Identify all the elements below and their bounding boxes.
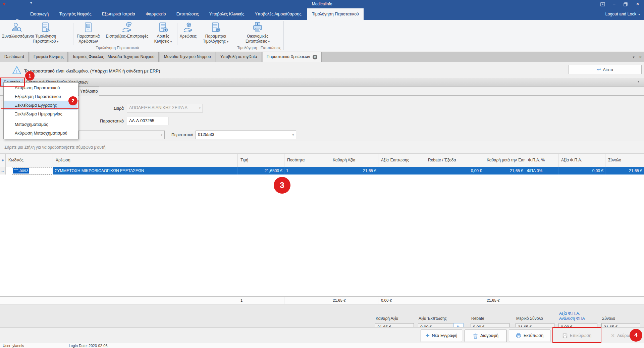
menu-item-xekleidoma-imerominias[interactable]: Ξεκλείδωμα Ημερομηνίας <box>4 110 77 118</box>
delete-label: Διαγραφή <box>480 333 498 338</box>
cell-kathari-meta[interactable]: 21,65 € <box>484 167 525 175</box>
menu-item-akyrosi-metasximatismou[interactable]: Ακύρωση Μετασχηματισμού <box>4 129 77 138</box>
cell-fpa-pct[interactable]: ΦΠΑ 0% <box>525 167 558 175</box>
document-gear-icon <box>199 21 233 34</box>
dropdown-arrow-icon: ▾ <box>57 40 59 43</box>
ribbon-button-label: Παράμετροι <box>205 34 226 39</box>
summary-timi: 1 <box>238 297 284 305</box>
parastatiko-value: ΑΛ-Δ-007255 <box>129 118 154 123</box>
ribbon-tab-eisagogi[interactable]: Εισαγωγή <box>25 8 53 20</box>
list-button[interactable]: ↩Λίστα <box>569 65 642 74</box>
column-header-xreosi[interactable]: Χρέωση <box>53 154 238 167</box>
status-login-date: Login Date: 2023-02-06 <box>69 344 108 348</box>
minimize-icon[interactable]: – <box>608 0 620 8</box>
column-header-timi[interactable]: Τιμή <box>238 154 284 167</box>
group-by-panel[interactable]: Σύρετε μια Στήλη για να ομαδοποιήσετε σύ… <box>0 141 644 154</box>
column-header-kathari-meta[interactable]: Καθαρή μετά την Έκπτωση <box>484 154 525 167</box>
row-indicator-header: ✱ <box>0 154 6 167</box>
grid-selected-row[interactable]: → ΞΞ-0093 ▾ ΣΥΜΜΕΤΟΧΗ ΜΙΚΡΟΒΙΟΛΟΓΙΚΩΝ ΕΞ… <box>0 167 644 175</box>
ribbon-display-options-icon[interactable] <box>597 0 608 8</box>
ribbon-button-label: Παραστατικά <box>77 34 100 39</box>
validate-button[interactable]: Επικύρωση <box>554 330 600 342</box>
column-header-rebate-exoda[interactable]: Rebate / Έξοδα <box>425 154 484 167</box>
ribbon-button-label: Εισπράξεις-Επιστροφές <box>106 34 149 39</box>
doc-tab-dashboard[interactable]: Dashboard <box>0 52 29 62</box>
ribbon-tab-timologisi-peristatikou[interactable]: Τιμολόγηση Περιστατικού <box>307 8 364 20</box>
cell-kodikos[interactable]: ΞΞ-0093 ▾ <box>6 167 53 175</box>
back-arrow-icon: ↩ <box>597 67 601 72</box>
ribbon-tab-farmakeio[interactable]: Φαρμακείο <box>141 8 170 20</box>
restore-icon[interactable] <box>620 0 631 8</box>
vat-analysis-link[interactable]: Αξία Φ.Π.Α. Ανάλυση ΦΠΑ <box>559 311 585 321</box>
partial-hidden-combo[interactable]: ▾ <box>78 131 165 139</box>
ribbon-button-oikonomikes-ektyposeis[interactable]: Οικονομικές Εκτυπώσεις ▾ <box>238 21 277 47</box>
column-header-fpa-pct[interactable]: Φ.Π.Α. % <box>525 154 558 167</box>
menu-item-exoflisi-parastatikou[interactable]: Εξόφληση Παραστατικού <box>4 92 77 101</box>
form-tab-ypoloipo[interactable]: Υπόλοιπο <box>78 87 99 96</box>
ribbon-button-loipes-kiniseis[interactable]: Λοιπές Κινήσεις ▾ <box>152 21 174 47</box>
trash-icon <box>473 333 478 339</box>
cell-kathari-axia[interactable]: 21,65 € <box>330 167 378 175</box>
ribbon-button-eispraxeis-epistrofes[interactable]: 1 Εισπράξεις-Επιστροφές <box>103 21 151 47</box>
dropdown-arrow-icon: ▾ <box>227 40 228 43</box>
doc-tab-grafeio-kinisis[interactable]: Γραφείο Κίνησης <box>30 52 68 62</box>
ribbon-button-timologisi-peristatikou[interactable]: Τιμολόγηση Περιστατικού ▾ <box>32 21 59 47</box>
column-header-posotita[interactable]: Ποσότητα <box>284 154 330 167</box>
doc-tab-parastatika-xreoseon[interactable]: Παραστατικά Χρεώσεων✕ <box>263 52 322 62</box>
toolbar-overflow-icon[interactable]: ▾ <box>638 80 639 83</box>
logout-label: Logout and Lock <box>605 12 636 16</box>
ribbon-button-synallassomenoi[interactable]: Συναλλασσόμενοι <box>2 21 31 47</box>
cell-rebate[interactable]: 0,00 € <box>425 167 484 175</box>
ribbon-group-caption: Τιμολόγηση - Εκτυπώσεις <box>235 46 283 50</box>
ribbon-tab-ypovoles-klinikis[interactable]: Υποβολές Κλινικής <box>205 8 249 20</box>
ribbon-button-label: Χρεώσεων <box>78 39 98 44</box>
column-header-kodikos[interactable]: Κωδικός <box>6 154 53 167</box>
cell-axia-ekptosis[interactable] <box>378 167 425 175</box>
seira-combo[interactable]: ΑΠΟΔΕΙΞΗ ΛΙΑΝΙΚΗΣ ΣΕΙΡΑ Δ ▾ <box>127 104 203 112</box>
close-icon[interactable]: ✕ <box>632 0 643 8</box>
cell-axia-fpa[interactable]: 0,00 € <box>558 167 605 175</box>
delete-button[interactable]: Διαγραφή <box>465 330 507 342</box>
ribbon-button-parametroi-timologisis[interactable]: Παράμετροι Τιμολόγησης ▾ <box>199 21 233 47</box>
cancel-button[interactable]: ✕Ακύρωση <box>604 330 642 342</box>
cell-timi[interactable]: 21,6500 € <box>238 167 284 175</box>
menu-item-metasximatismos[interactable]: Μετασχηματισμός <box>4 120 77 129</box>
ribbon-tab-texnitos-nefros[interactable]: Τεχνητός Νεφρός <box>55 8 96 20</box>
doc-tab-iatrikos-fakelos[interactable]: Ιατρικός Φάκελος - Μονάδα Τεχνητού Νεφρο… <box>69 52 159 62</box>
column-header-synolo[interactable]: Σύνολο <box>605 154 644 167</box>
cell-synolo[interactable]: 21,65 € <box>605 167 644 175</box>
menu-item-akyrosi-parastatikou[interactable]: Ακύρωση Παραστατικού <box>4 84 77 92</box>
validate-label: Επικύρωση <box>570 333 591 338</box>
parastatiko-input[interactable]: ΑΛ-Δ-007255 <box>127 117 168 125</box>
ribbon-tab-ypovoles-aimokatharsis[interactable]: Υποβολές Αιμοκάθαρσης <box>250 8 306 20</box>
kodikos-inline-editor[interactable]: ΞΞ-0093 ▾ <box>12 167 53 174</box>
ribbon-tab-ektyposeis[interactable]: Εκτυπώσεις <box>172 8 204 20</box>
chevron-down-icon: ▾ <box>638 12 640 16</box>
ribbon-button-label: Συναλλασσόμενοι <box>2 34 34 39</box>
new-record-label: Νέα Εγγραφή <box>432 333 458 338</box>
ribbon-tab-exoterika-iatreia[interactable]: Εξωτερικά Ιατρεία <box>97 8 140 20</box>
cell-posotita[interactable]: 1 <box>284 167 330 175</box>
doc-tab-monada-texnitou-nefrou[interactable]: Μονάδα Τεχνητού Νεφρού <box>160 52 215 62</box>
logout-and-lock-button[interactable]: Logout and Lock▾ <box>605 8 640 20</box>
menu-item-xekleidoma-eggrafis[interactable]: Ξεκλείδωμα Εγγραφής <box>4 101 77 110</box>
ribbon-button-xreoseis[interactable]: Χρεώσεις <box>179 21 197 47</box>
ribbon-button-label: Τιμολόγησης <box>203 39 226 44</box>
tab-list-arrow-icon[interactable]: ▾ <box>633 55 635 59</box>
column-header-axia-ekptosis[interactable]: Αξία Έκπτωσης <box>378 154 425 167</box>
plus-icon: ✚ <box>426 333 430 338</box>
tab-close-icon[interactable]: ✕ <box>313 55 317 59</box>
column-header-kathari-axia[interactable]: Καθαρή Αξία <box>330 154 378 167</box>
cell-xreosi[interactable]: ΣΥΜΜΕΤΟΧΗ ΜΙΚΡΟΒΙΟΛΟΓΙΚΩΝ ΕΞΕΤΑΣΕΩΝ <box>53 167 238 175</box>
tab-bar-close-icon[interactable]: ✕ <box>639 55 642 59</box>
kodikos-selected-text: ΞΞ-0093 <box>13 168 29 173</box>
column-header-axia-fpa[interactable]: Αξία Φ.Π.Α. <box>558 154 605 167</box>
doc-tab-ypovoli-mydata[interactable]: Υποβολή σε myData <box>216 52 262 62</box>
ribbon-button-parastatika-xreoseon[interactable]: Παραστατικά Χρεώσεων <box>74 21 102 47</box>
print-button[interactable]: Εκτύπωση <box>509 330 550 342</box>
seira-label: Σειρά <box>80 106 124 111</box>
totals-panel: Καθαρή Αξία 21,65 € Αξία Έκπτωσης 0,00 €… <box>0 304 644 327</box>
new-record-button[interactable]: ✚Νέα Εγγραφή <box>421 330 462 342</box>
peristatiko-combo[interactable]: 0125533 ▾ <box>196 131 296 139</box>
save-icon <box>562 333 568 338</box>
